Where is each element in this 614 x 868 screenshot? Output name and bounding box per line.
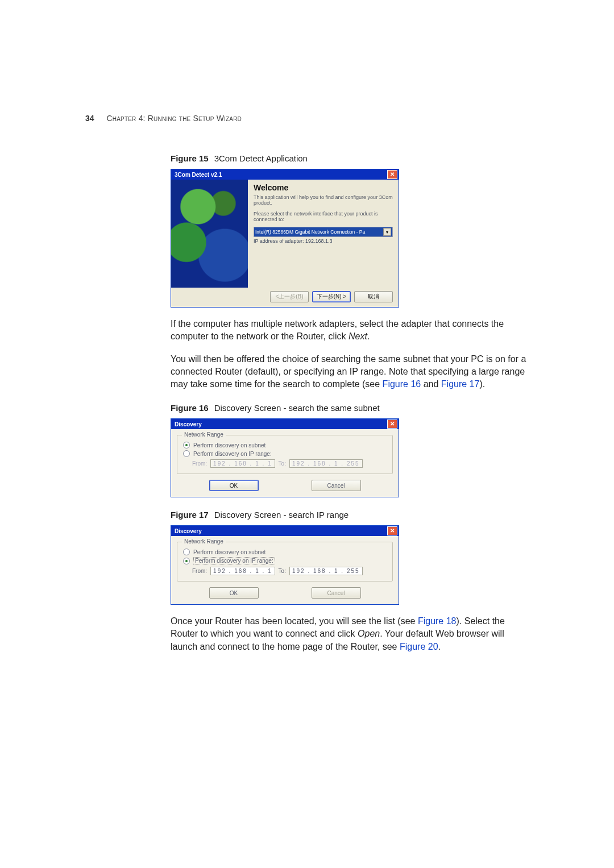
link-figure-20[interactable]: Figure 20	[400, 642, 438, 651]
fig17-radio-ip-range-label: Perform discovery on IP range:	[193, 557, 275, 564]
paragraph-3: Once your Router has been located, you w…	[171, 615, 529, 653]
fig16-group-title: Network Range	[182, 431, 226, 438]
network-interface-select[interactable]: Intel(R) 82566DM Gigabit Network Connect…	[254, 227, 393, 237]
fig16-from-ip: 192 . 168 . 1 . 1	[210, 459, 275, 468]
fig16-radio-ip-range-label: Perform discovery on IP range:	[193, 451, 272, 457]
link-figure-18[interactable]: Figure 18	[418, 616, 457, 626]
fig15-title-text: 3Com Detect v2.1	[175, 172, 222, 178]
next-keyword: Next	[349, 331, 367, 341]
fig16-network-range-group: Network Range Perform discovery on subne…	[177, 435, 393, 474]
fig15-welcome-text-2: Please select the network interface that…	[254, 211, 393, 223]
fig16-ok-button[interactable]: OK	[209, 480, 259, 491]
figure-15-number: Figure 15	[171, 153, 209, 163]
fig17-to-ip[interactable]: 192 . 168 . 1 . 255	[289, 567, 363, 575]
figure-15-title: 3Com Detect Application	[214, 153, 308, 163]
figure-15-window: 3Com Detect v2.1 ✕ Welcome This applicat…	[171, 169, 399, 308]
figure-17-title: Discovery Screen - search IP range	[214, 510, 349, 520]
close-icon[interactable]: ✕	[387, 170, 397, 179]
chevron-down-icon[interactable]: ▾	[383, 228, 391, 236]
fig17-radio-subnet[interactable]: Perform discovery on subnet	[183, 549, 387, 555]
fig16-from-label: From:	[192, 460, 207, 467]
radio-icon	[183, 549, 190, 555]
paragraph-1: If the computer has multiple network ada…	[171, 318, 529, 343]
figure-16-window: Discovery ✕ Network Range Perform discov…	[171, 418, 399, 497]
fig16-to-ip: 192 . 168 . 1 . 255	[289, 459, 363, 468]
network-interface-value: Intel(R) 82566DM Gigabit Network Connect…	[255, 229, 365, 235]
figure-16-number: Figure 16	[171, 403, 209, 413]
fig17-ok-button[interactable]: OK	[209, 587, 259, 599]
fig16-title-text: Discovery	[175, 421, 202, 427]
cancel-button[interactable]: 取消	[354, 291, 393, 302]
figure-17-caption: Figure 17Discovery Screen - search IP ra…	[171, 510, 529, 520]
fig17-radio-subnet-label: Perform discovery on subnet	[193, 549, 265, 555]
fig16-radio-subnet-label: Perform discovery on subnet	[193, 442, 265, 448]
fig17-titlebar: Discovery ✕	[171, 526, 399, 536]
fig17-network-range-group: Network Range Perform discovery on subne…	[177, 542, 393, 582]
next-button[interactable]: 下一步(N) >	[312, 291, 351, 302]
close-icon[interactable]: ✕	[387, 526, 397, 535]
paragraph-2: You will then be offered the choice of s…	[171, 353, 529, 391]
fig16-titlebar: Discovery ✕	[171, 419, 399, 429]
fig17-group-title: Network Range	[182, 538, 226, 545]
running-head: 34 Chapter 4: Running the Setup Wizard	[85, 114, 242, 123]
fig17-title-text: Discovery	[175, 528, 202, 534]
back-button: <上一步(B)	[270, 291, 309, 302]
fig17-cancel-button: Cancel	[312, 587, 361, 599]
fig15-ip-line: IP address of adapter: 192.168.1.3	[254, 238, 393, 244]
fig16-radio-subnet[interactable]: Perform discovery on subnet	[183, 442, 387, 448]
radio-icon	[183, 558, 190, 564]
close-icon[interactable]: ✕	[387, 420, 397, 429]
figure-17-number: Figure 17	[171, 510, 209, 520]
radio-icon	[183, 450, 190, 457]
fig15-welcome-heading: Welcome	[254, 183, 393, 192]
fig17-from-label: From:	[192, 568, 207, 574]
fig16-radio-ip-range[interactable]: Perform discovery on IP range:	[183, 450, 387, 457]
figure-16-caption: Figure 16Discovery Screen - search the s…	[171, 403, 529, 413]
figure-17-window: Discovery ✕ Network Range Perform discov…	[171, 525, 399, 605]
fig16-cancel-button[interactable]: Cancel	[312, 480, 361, 491]
fig17-from-ip[interactable]: 192 . 168 . 1 . 1	[210, 567, 275, 575]
link-figure-16[interactable]: Figure 16	[383, 379, 421, 389]
figure-16-title: Discovery Screen - search the same subne…	[214, 403, 380, 413]
open-keyword: Open	[358, 629, 380, 638]
figure-15-caption: Figure 153Com Detect Application	[171, 153, 529, 163]
fig15-titlebar: 3Com Detect v2.1 ✕	[171, 169, 399, 180]
link-figure-17[interactable]: Figure 17	[441, 379, 480, 389]
fig15-sidebar-image	[171, 180, 248, 288]
radio-icon	[183, 442, 190, 448]
fig17-to-label: To:	[279, 568, 286, 574]
fig17-radio-ip-range[interactable]: Perform discovery on IP range:	[183, 557, 387, 564]
chapter-title: Chapter 4: Running the Setup Wizard	[106, 114, 242, 123]
fig15-welcome-text-1: This application will help you to find a…	[254, 194, 393, 206]
page-number: 34	[85, 114, 94, 123]
fig16-to-label: To:	[279, 460, 286, 467]
